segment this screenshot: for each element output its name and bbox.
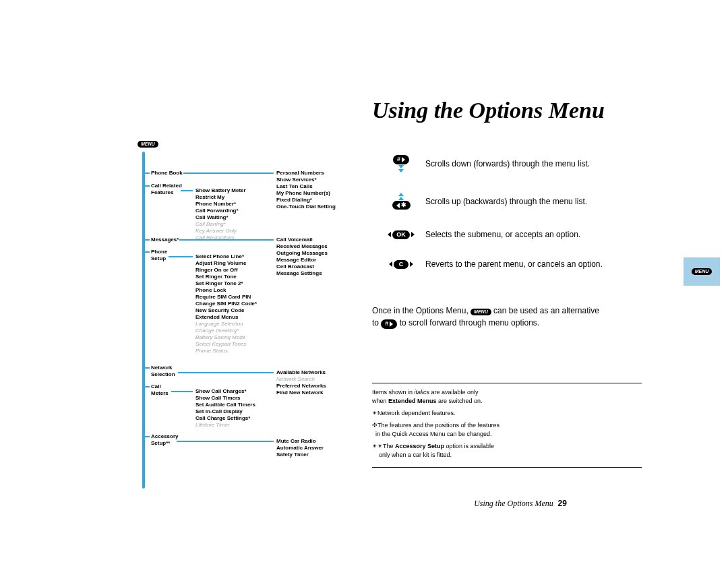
legend-text: Scrolls down (forwards) through the menu…: [425, 159, 590, 168]
legend-row-ok: OK Selects the submenu, or accepts an op…: [388, 230, 698, 239]
page-title: Using the Options Menu: [372, 98, 605, 123]
tree-l2-crf: Show Battery MeterRestrict MyPhone Numbe…: [195, 187, 246, 241]
tree-l1-network: NetworkSelection: [151, 365, 175, 378]
hash-key-icon: #: [381, 319, 397, 329]
legend-text: Reverts to the parent menu, or cancels a…: [425, 259, 603, 269]
c-icon: C: [389, 260, 414, 270]
tree-l3-accessory: Mute Car RadioAutomatic AnswerSafety Tim…: [276, 438, 324, 458]
body-paragraph: Once in the Options Menu, MENU can be us…: [372, 305, 669, 329]
star-up-icon: ✱: [392, 193, 411, 210]
tree-l1-phonebook: Phone Book: [151, 170, 183, 177]
tree-l3-phonebook: Personal NumbersShow Services*Last Ten C…: [276, 170, 336, 210]
legend-row-down: # Scrolls down (forwards) through the me…: [388, 155, 698, 173]
ok-icon: OK: [388, 230, 415, 240]
tree-l1-messages: Messages*: [151, 237, 179, 243]
tree-l3-network: Available Networks Network Search Prefer…: [276, 369, 326, 396]
hash-down-icon: #: [393, 155, 409, 173]
tree-l2-phonesetup: Select Phone Line*Adjust Ring VolumeRing…: [195, 253, 257, 354]
footer-label: Using the Options Menu: [474, 499, 553, 508]
menu-icon: MENU: [138, 141, 158, 148]
tree-l1-crf: Call RelatedFeatures: [151, 183, 182, 196]
tree-l1-callmeters: CallMeters: [151, 383, 169, 397]
legend-text: Scrolls up (backwards) through the menu …: [425, 197, 587, 206]
key-legend: # Scrolls down (forwards) through the me…: [388, 155, 698, 289]
tree-l3-messages: Call VoicemailReceived MessagesOutgoing …: [276, 237, 328, 277]
legend-row-c: C Reverts to the parent menu, or cancels…: [388, 259, 698, 269]
tree-l1-accessory: AccessorySetup**: [151, 433, 178, 447]
page-number: 29: [557, 499, 566, 508]
page-footer: Using the Options Menu 29: [372, 499, 669, 509]
notes-box: Items shown in italics are available onl…: [372, 383, 642, 468]
tree-stem: [142, 152, 145, 489]
legend-text: Selects the submenu, or accepts an optio…: [425, 230, 580, 239]
menu-icon: MENU: [471, 309, 491, 315]
tree-l2-callmeters: Show Call Charges*Show Call TimersSet Au…: [195, 388, 255, 429]
legend-row-up: ✱ Scrolls up (backwards) through the men…: [388, 193, 698, 210]
tree-l1-phonesetup: PhoneSetup: [151, 249, 167, 262]
